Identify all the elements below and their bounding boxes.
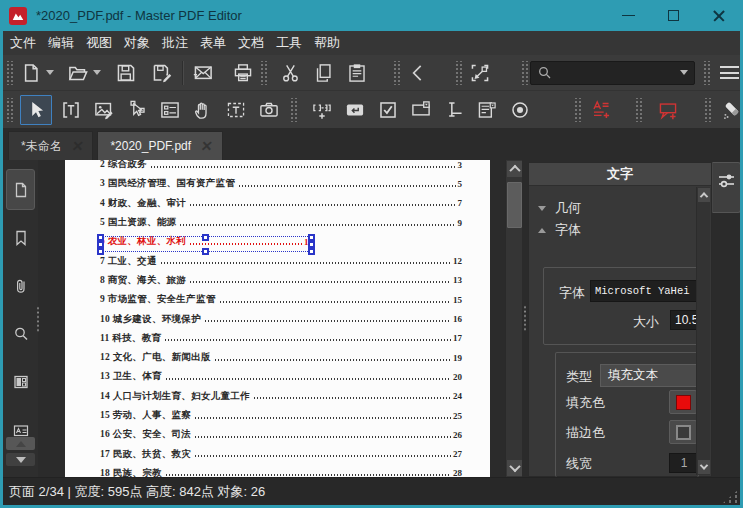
- toc-row[interactable]: 12 文化、广电、新闻出版19: [100, 348, 462, 367]
- combobox-field-button[interactable]: [407, 96, 435, 124]
- select-text-button[interactable]: [222, 96, 250, 124]
- menu-item[interactable]: 表单: [194, 31, 232, 55]
- selection-handle[interactable]: [97, 234, 104, 241]
- toc-row[interactable]: 16 公安、安全、司法26: [100, 425, 462, 444]
- menu-item[interactable]: 对象: [118, 31, 156, 55]
- section-geometry[interactable]: 几何: [529, 197, 711, 219]
- font-name-field[interactable]: Microsoft YaHei: [590, 280, 700, 302]
- selection-handle[interactable]: [308, 234, 315, 241]
- document-scrollbar[interactable]: [505, 160, 522, 477]
- toc-row[interactable]: 13 卫生、体育20: [100, 367, 462, 386]
- document-tab[interactable]: *2020_PDF.pdf✕: [97, 131, 222, 160]
- edit-forms-button[interactable]: [156, 96, 184, 124]
- text-cursor-button[interactable]: [440, 96, 468, 124]
- toc-row[interactable]: 14 人口与计划生育、妇女儿童工作24: [100, 387, 462, 406]
- panel-scroll-down[interactable]: [698, 460, 710, 474]
- hand-button[interactable]: [189, 96, 217, 124]
- search-box[interactable]: [530, 61, 695, 85]
- menu-item[interactable]: 视图: [80, 31, 118, 55]
- panel-scroll-up[interactable]: [698, 188, 710, 202]
- new-document-button[interactable]: [17, 59, 45, 87]
- listbox-field-button[interactable]: [473, 96, 501, 124]
- sidebar-splitter-handle[interactable]: [36, 306, 40, 332]
- main-menu-button[interactable]: [714, 59, 743, 87]
- selection-handle[interactable]: [97, 241, 104, 248]
- new-document-dropdown-icon[interactable]: [46, 70, 54, 75]
- selection-box[interactable]: [99, 236, 312, 252]
- edit-text-button[interactable]: [57, 96, 85, 124]
- open-folder-dropdown-icon[interactable]: [93, 70, 101, 75]
- toc-row[interactable]: 18 民族、宗教28: [100, 464, 462, 477]
- radio-field-button[interactable]: [506, 96, 534, 124]
- tab-close-icon[interactable]: ✕: [200, 138, 214, 154]
- sidebar-scroll-up[interactable]: [6, 437, 35, 450]
- minimize-button[interactable]: [606, 0, 651, 31]
- scrollbar-thumb[interactable]: [507, 182, 522, 228]
- menu-item[interactable]: 文件: [4, 31, 42, 55]
- snapshot-button[interactable]: [255, 96, 283, 124]
- panel-scrollbar[interactable]: [696, 187, 710, 475]
- selection-handle[interactable]: [308, 241, 315, 248]
- line-width-field[interactable]: 1: [669, 453, 699, 473]
- screen-grab-button[interactable]: [466, 59, 494, 87]
- save-button[interactable]: [112, 59, 140, 87]
- tab-close-icon[interactable]: ✕: [71, 138, 85, 154]
- select-button[interactable]: [20, 95, 52, 125]
- toc-row[interactable]: 17 民政、扶贫、救灾27: [100, 444, 462, 463]
- text-annotation-button[interactable]: [587, 96, 615, 124]
- save-as-button[interactable]: [148, 59, 176, 87]
- toc-row[interactable]: 11 科技、教育17: [100, 329, 462, 348]
- menu-item[interactable]: 工具: [270, 31, 308, 55]
- menu-item[interactable]: 帮助: [308, 31, 346, 55]
- sidebar-structure-button[interactable]: [6, 361, 35, 402]
- sidebar-bookmarks-button[interactable]: [6, 217, 35, 258]
- stroke-color-button[interactable]: [669, 420, 697, 444]
- toc-row[interactable]: 15 劳动、人事、监察25: [100, 406, 462, 425]
- toc-row[interactable]: 9 市场监管、安全生产监管15: [100, 290, 462, 309]
- sidebar-pages-button[interactable]: [6, 169, 35, 210]
- menu-item[interactable]: 编辑: [42, 31, 80, 55]
- selection-handle[interactable]: [202, 248, 209, 255]
- maximize-button[interactable]: [651, 0, 696, 31]
- toc-row[interactable]: 10 城乡建设、环境保护16: [100, 309, 462, 328]
- section-font[interactable]: 字体: [529, 219, 711, 241]
- scroll-up-button[interactable]: [507, 161, 522, 177]
- checkbox-field-button[interactable]: [374, 96, 402, 124]
- selection-handle[interactable]: [308, 248, 315, 255]
- selection-handle[interactable]: [97, 248, 104, 255]
- type-dropdown[interactable]: 填充文本: [600, 364, 697, 387]
- toc-row[interactable]: 8 商贸、海关、旅游13: [100, 271, 462, 290]
- close-button[interactable]: [696, 0, 741, 31]
- open-folder-button[interactable]: [64, 59, 92, 87]
- back-button[interactable]: [404, 59, 432, 87]
- cut-button[interactable]: [277, 59, 305, 87]
- search-icon: [12, 325, 30, 343]
- toc-row[interactable]: 7 工业、交通12: [100, 251, 462, 270]
- add-link-button[interactable]: [308, 96, 336, 124]
- fill-color-button[interactable]: [669, 390, 697, 414]
- toc-row[interactable]: 4 财政、金融、审计7: [100, 194, 462, 213]
- sidebar-search-button[interactable]: [6, 313, 35, 354]
- toc-row[interactable]: 3 国民经济管理、国有资产监管5: [100, 174, 462, 193]
- print-button[interactable]: [229, 59, 257, 87]
- copy-button[interactable]: [310, 59, 338, 87]
- menu-item[interactable]: 批注: [156, 31, 194, 55]
- screen-grab-icon: [470, 63, 490, 83]
- menu-item[interactable]: 文档: [232, 31, 270, 55]
- toc-row[interactable]: 5 国土资源、能源9: [100, 213, 462, 232]
- document-tab[interactable]: *未命名✕: [8, 131, 93, 160]
- toc-row[interactable]: 2 综合政务3: [100, 160, 462, 174]
- edit-path-button[interactable]: [123, 96, 151, 124]
- edit-image-button[interactable]: [90, 96, 118, 124]
- sidebar-scroll-down[interactable]: [6, 453, 35, 466]
- callout-annotation-button[interactable]: [654, 96, 682, 124]
- selection-handle[interactable]: [202, 234, 209, 241]
- paste-button[interactable]: [343, 59, 371, 87]
- search-input[interactable]: [557, 66, 679, 80]
- email-button[interactable]: [189, 59, 217, 87]
- sidebar-attachments-button[interactable]: [6, 265, 35, 306]
- button-field-button[interactable]: [341, 96, 369, 124]
- scroll-down-button[interactable]: [507, 460, 522, 476]
- search-dropdown-icon[interactable]: [680, 70, 688, 75]
- properties-tab[interactable]: [712, 162, 741, 213]
